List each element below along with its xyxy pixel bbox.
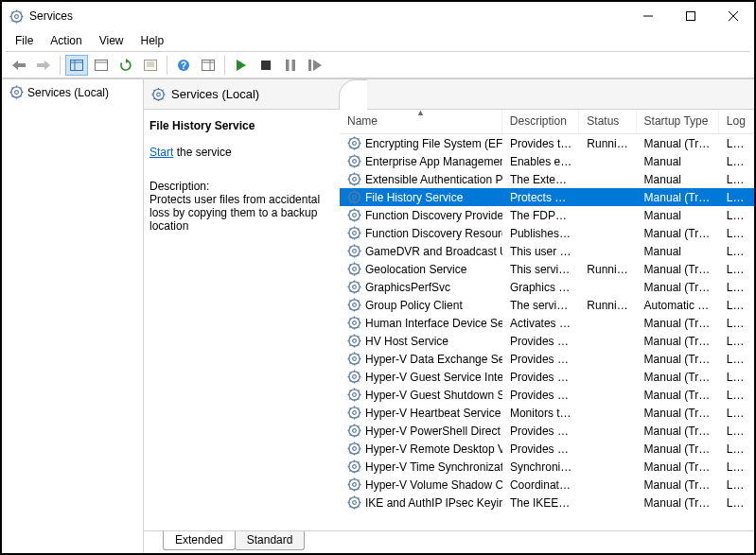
gear-icon: [347, 244, 361, 258]
service-description: The Extensi...: [502, 173, 579, 186]
menubar: File Action View Help: [2, 30, 754, 51]
service-row[interactable]: Function Discovery Resourc...Publishes t…: [340, 224, 754, 242]
svg-rect-15: [18, 63, 26, 67]
service-startup: Manual: [637, 245, 719, 258]
gear-icon: [347, 477, 361, 492]
service-startup: Automatic (T...: [637, 299, 719, 312]
service-row[interactable]: Group Policy ClientThe service i...Runni…: [340, 296, 754, 314]
svg-rect-18: [71, 60, 83, 70]
start-service-button[interactable]: [230, 55, 253, 76]
service-name: HV Host Service: [365, 335, 448, 348]
pause-service-button[interactable]: [279, 55, 302, 76]
service-name: Human Interface Device Ser...: [365, 317, 502, 330]
service-name: Geolocation Service: [365, 263, 466, 276]
action-pane-button[interactable]: [197, 55, 220, 76]
service-row[interactable]: Hyper-V Remote Desktop Vi...Provides a p…: [340, 440, 754, 458]
export-list-button[interactable]: [90, 55, 113, 76]
service-name: GraphicsPerfSvc: [365, 281, 450, 294]
column-header-description[interactable]: Description: [502, 110, 579, 133]
service-row[interactable]: GraphicsPerfSvcGraphics pe...Manual (Tri…: [340, 278, 754, 296]
service-startup: Manual (Trig...: [637, 425, 719, 438]
tab-standard[interactable]: Standard: [235, 531, 306, 550]
back-button[interactable]: [8, 55, 30, 76]
forward-button[interactable]: [32, 55, 55, 76]
service-startup: Manual (Trig...: [637, 389, 719, 402]
start-service-link[interactable]: Start: [149, 146, 173, 159]
service-startup: Manual (Trig...: [637, 263, 719, 276]
column-header-logon[interactable]: Log: [719, 110, 754, 133]
service-name: Hyper-V Volume Shadow C...: [365, 478, 502, 492]
gear-icon: [151, 86, 166, 103]
service-row[interactable]: Function Discovery Provide...The FDPHO..…: [340, 206, 754, 224]
service-description: This service ...: [502, 263, 579, 276]
service-startup: Manual: [637, 173, 719, 186]
service-description: The service i...: [502, 299, 579, 312]
service-startup: Manual (Trig...: [637, 478, 719, 492]
menu-view[interactable]: View: [92, 32, 132, 49]
service-row[interactable]: Hyper-V Guest Shutdown S...Provides a ..…: [340, 386, 754, 404]
service-row[interactable]: IKE and AuthIP IPsec Keying...The IKEEXT…: [340, 494, 754, 512]
service-description: Provides th...: [502, 137, 579, 150]
service-row[interactable]: Hyper-V Data Exchange Ser...Provides a .…: [340, 350, 754, 368]
service-name: Function Discovery Provide...: [365, 209, 502, 222]
service-description: Publishes th...: [502, 227, 579, 240]
service-name: GameDVR and Broadcast Us...: [365, 245, 502, 258]
service-row[interactable]: Hyper-V PowerShell Direct ...Provides a …: [340, 422, 754, 440]
service-row[interactable]: Hyper-V Guest Service Inter...Provides a…: [340, 368, 754, 386]
tab-bar: Extended Standard: [144, 530, 754, 553]
service-startup: Manual (Trig...: [637, 227, 719, 240]
help-button[interactable]: ?: [172, 55, 195, 76]
column-header-name[interactable]: ▲Name: [340, 110, 502, 133]
properties-button[interactable]: [139, 55, 162, 76]
service-startup: Manual (Trig...: [637, 460, 719, 474]
menu-help[interactable]: Help: [133, 32, 172, 49]
service-row[interactable]: Hyper-V Volume Shadow C...Coordinates...…: [340, 476, 754, 494]
services-list[interactable]: Encrypting File System (EFS)Provides th.…: [340, 134, 754, 530]
service-description: Provides an ...: [502, 335, 579, 348]
service-logon: Loca: [719, 227, 754, 240]
restart-service-button[interactable]: [304, 55, 326, 76]
gear-icon: [347, 352, 361, 366]
service-startup: Manual (Trig...: [637, 496, 719, 510]
gear-icon: [347, 154, 361, 168]
gear-icon: [347, 406, 361, 420]
service-logon: Loca: [719, 191, 754, 204]
service-row[interactable]: HV Host ServiceProvides an ...Manual (Tr…: [340, 332, 754, 350]
service-row[interactable]: Human Interface Device Ser...Activates a…: [340, 314, 754, 332]
service-row[interactable]: Encrypting File System (EFS)Provides th.…: [340, 134, 754, 152]
service-startup: Manual (Trig...: [637, 442, 719, 456]
tree-root-services-local[interactable]: Services (Local): [6, 83, 139, 101]
service-row[interactable]: Enterprise App Managemen...Enables ent..…: [340, 152, 754, 170]
service-logon: Loca: [719, 317, 754, 330]
show-hide-tree-button[interactable]: [65, 55, 88, 76]
maximize-button[interactable]: [669, 2, 712, 30]
service-name: Hyper-V PowerShell Direct ...: [365, 425, 502, 438]
gear-icon: [347, 136, 361, 150]
service-row[interactable]: Hyper-V Time Synchronizati...Synchronize…: [340, 458, 754, 476]
service-description: Provides an ...: [502, 371, 579, 384]
service-row[interactable]: File History ServiceProtects use...Manua…: [340, 188, 754, 206]
column-header-startup[interactable]: Startup Type: [637, 110, 719, 133]
gear-icon: [347, 172, 361, 186]
titlebar: Services: [2, 2, 754, 30]
svg-rect-24: [145, 60, 157, 70]
service-logon: Loca: [719, 155, 754, 168]
svg-marker-38: [313, 60, 322, 71]
refresh-button[interactable]: [114, 55, 137, 76]
close-button[interactable]: [712, 2, 754, 30]
menu-action[interactable]: Action: [43, 32, 89, 49]
svg-rect-21: [96, 60, 108, 70]
right-pane-header: Services (Local): [144, 79, 754, 110]
svg-rect-17: [37, 63, 44, 67]
service-row[interactable]: GameDVR and Broadcast Us...This user ser…: [340, 242, 754, 260]
service-row[interactable]: Extensible Authentication P...The Extens…: [340, 170, 754, 188]
service-description: Monitors th...: [502, 407, 579, 420]
menu-file[interactable]: File: [8, 32, 41, 49]
minimize-button[interactable]: [626, 2, 669, 30]
stop-service-button[interactable]: [255, 55, 277, 76]
column-header-status[interactable]: Status: [579, 110, 636, 133]
service-row[interactable]: Geolocation ServiceThis service ...Runni…: [340, 260, 754, 278]
tab-extended[interactable]: Extended: [163, 531, 236, 550]
svg-rect-34: [261, 61, 271, 70]
service-row[interactable]: Hyper-V Heartbeat ServiceMonitors th...M…: [340, 404, 754, 422]
